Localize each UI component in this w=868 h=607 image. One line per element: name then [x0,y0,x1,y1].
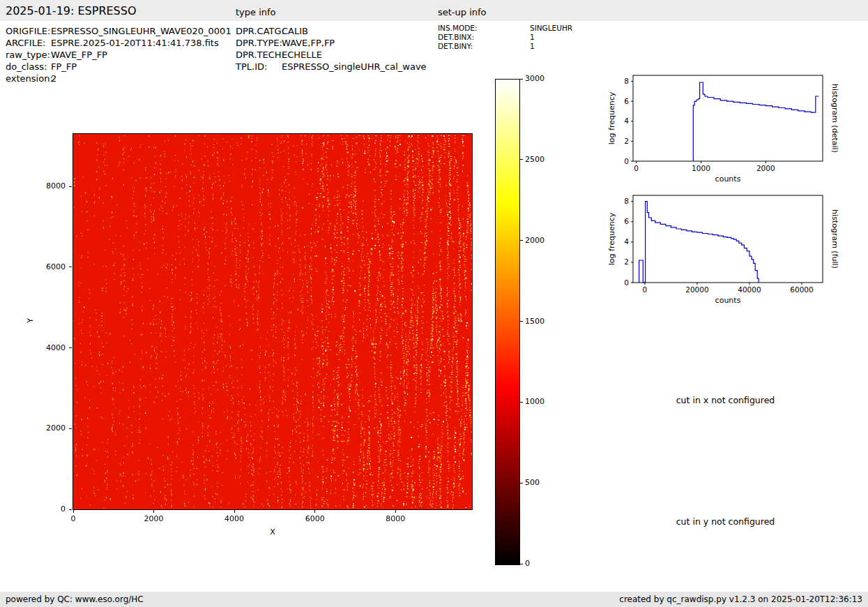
heatmap-y-tick-label: 4000 [27,343,66,352]
colorbar-tick-label: 1000 [525,397,553,406]
heatmap-y-tick-label: 2000 [27,424,66,433]
raw-frame-plot [73,133,473,510]
y-tick-label: 2 [624,137,629,145]
heatmap-y-axis-label: Y [26,318,35,323]
colorbar-tick-label: 1500 [525,317,553,326]
heatmap-x-tick-label: 2000 [137,514,172,523]
y-axis-label: log frequency [607,91,616,144]
heatmap-x-tick-mark [153,510,154,513]
x-tick-label: 20000 [685,285,708,294]
heatmap-y-tick-mark [69,428,72,429]
heatmap-x-tick-label: 4000 [217,514,252,523]
colorbar-tick-mark [520,159,523,160]
y-tick-label: 6 [624,217,629,225]
heatmap-y-tick-mark [69,186,72,187]
y-tick-label: 4 [624,237,629,246]
heatmap-x-tick-mark [314,510,315,513]
heatmap-x-tick-label: 6000 [298,514,333,523]
y-tick-label: 0 [624,278,629,287]
x-tick-label: 60000 [790,285,813,294]
plot-frame [633,75,823,161]
heatmap-y-tick-label: 8000 [27,181,66,190]
footer-left-text: powered by QC: www.eso.org/HC [6,592,144,607]
heatmap-x-tick-mark [234,510,235,513]
x-axis-label: counts [715,174,741,183]
x-tick-label: 0 [634,164,639,172]
colorbar-tick-label: 500 [525,478,553,487]
colorbar-tick-mark [520,240,523,241]
raw-frame-image [73,134,472,509]
heatmap-x-tick-mark [73,510,74,513]
y-tick-label: 8 [624,77,629,85]
x-tick-label: 0 [643,285,648,294]
colorbar-tick-mark [520,79,523,80]
colorbar-tick-label: 3000 [525,74,553,83]
x-tick-label: 1000 [692,164,710,172]
heatmap-y-tick-label: 0 [27,504,66,514]
x-axis-label: counts [715,296,741,305]
colorbar-tick-label: 2000 [525,236,553,245]
histogram-full-chart: 020000400006000002468countslog frequency… [605,188,846,313]
colorbar-tick-mark [520,321,523,322]
y-axis-label: log frequency [607,212,616,265]
footer-right-text: created by qc_rawdisp.py v1.2.3 on 2025-… [619,592,862,607]
cut-x-message: cut in x not configured [605,395,846,405]
colorbar-tick-label: 2500 [525,155,553,164]
right-rotated-label: histogram (detail) [830,84,839,153]
plot-frame [633,195,823,283]
heatmap-y-tick-label: 6000 [27,262,66,271]
y-tick-label: 8 [624,197,629,205]
heatmap-x-tick-label: 0 [56,514,91,523]
y-tick-label: 0 [624,157,629,165]
histogram-detail-chart: 01000200002468countslog frequencyhistogr… [605,68,846,190]
colorbar-tick-mark [520,402,523,403]
colorbar-tick-label: 0 [525,559,553,568]
colorbar-tick-mark [520,564,523,564]
figure-layer: X Y 01000200002468countslog frequencyhis… [0,0,868,607]
cut-y-message: cut in y not configured [605,516,846,527]
heatmap-x-tick-mark [395,510,396,513]
x-tick-label: 2000 [756,164,775,172]
heatmap-y-tick-mark [69,267,72,267]
heatmap-x-axis-label: X [73,527,472,537]
x-tick-label: 40000 [738,285,761,294]
heatmap-y-tick-mark [69,509,72,510]
y-tick-label: 2 [624,257,629,266]
heatmap-x-tick-label: 8000 [378,514,413,523]
y-tick-label: 4 [624,117,629,125]
footer-bar: powered by QC: www.eso.org/HC created by… [0,592,868,607]
heatmap-y-tick-mark [69,347,72,348]
right-rotated-label: histogram (full) [830,209,839,269]
colorbar-tick-mark [520,483,523,484]
colorbar [495,79,520,565]
y-tick-label: 6 [624,97,629,105]
